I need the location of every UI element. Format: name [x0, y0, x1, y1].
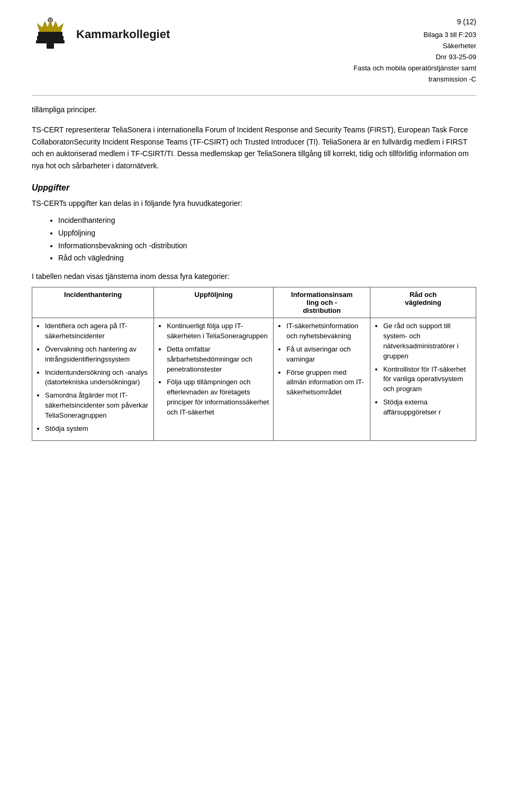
list-item: Incidentundersökning och -analys (datort…: [45, 368, 149, 388]
doc-line1: Bilaga 3 till F:203: [353, 30, 476, 41]
list-item: Råd och vägledning: [58, 252, 476, 265]
col1-cell: Identifiera och agera på IT-säkerhetsinc…: [32, 318, 154, 440]
list-item: Uppföljning: [58, 227, 476, 240]
list-item: Incidenthantering: [58, 214, 476, 227]
col2-cell: Kontinuerligt följa upp IT-säkerheten i …: [154, 318, 274, 440]
main-paragraph: TS-CERT representerar TeliaSonera i inte…: [32, 124, 476, 172]
doc-line4: Fasta och mobila operatörstjänster samt: [353, 63, 476, 74]
svg-marker-8: [37, 20, 64, 32]
col3-list: IT-säkerhetsinformation och nyhetsbevakn…: [286, 321, 366, 398]
svg-rect-7: [47, 43, 54, 49]
list-item: Få ut aviseringar och varningar: [286, 345, 366, 365]
kammarkollegiet-logo: [32, 16, 69, 53]
col4-list: Ge råd och support till system- och nätv…: [383, 321, 471, 418]
main-bullet-list: Incidenthantering Uppföljning Informatio…: [58, 214, 476, 265]
svg-rect-1: [38, 32, 62, 36]
list-item: Stödja externa affärsuppgörelser r: [383, 398, 471, 418]
col-header-1: Incidenthantering: [32, 287, 154, 318]
section-heading: Uppgifter: [32, 183, 476, 193]
list-item: Identifiera och agera på IT-säkerhetsinc…: [45, 321, 149, 341]
page-header: Kammarkollegiet 9 (12) Bilaga 3 till F:2…: [32, 16, 476, 85]
page-number: 9 (12): [353, 16, 476, 28]
list-item: Förse gruppen med allmän information om …: [286, 368, 366, 398]
list-item: Kontrollistor för IT-säkerhet för vanlig…: [383, 365, 471, 395]
list-item: Samordna åtgärder mot IT-säkerhetsincide…: [45, 391, 149, 421]
col3-cell: IT-säkerhetsinformation och nyhetsbevakn…: [274, 318, 370, 440]
col4-cell: Ge råd och support till system- och nätv…: [370, 318, 476, 440]
col1-list: Identifiera och agera på IT-säkerhetsinc…: [45, 321, 149, 434]
list-item: Ge råd och support till system- och nätv…: [383, 321, 471, 361]
col-header-2: Uppföljning: [154, 287, 274, 318]
table-row: Identifiera och agera på IT-säkerhetsinc…: [32, 318, 476, 440]
doc-info: 9 (12) Bilaga 3 till F:203 Säkerheter Dn…: [353, 16, 476, 85]
svg-rect-0: [37, 36, 64, 40]
col-header-4: Råd och vägledning: [370, 287, 476, 318]
intro-paragraph: tillämpliga principer.: [32, 104, 476, 115]
list-item: Följa upp tillämpningen och efterlevnade…: [167, 377, 269, 417]
col-header-3: Informationsinsam ling och - distributio…: [274, 287, 370, 318]
list-item: IT-säkerhetsinformation och nyhetsbevakn…: [286, 321, 366, 341]
col2-list: Kontinuerligt följa upp IT-säkerheten i …: [167, 321, 269, 418]
list-item: Detta omfattar sårbarhetsbedömningar och…: [167, 345, 269, 375]
doc-line3: Dnr 93-25-09: [353, 52, 476, 63]
doc-line2: Säkerheter: [353, 41, 476, 52]
doc-line5: transmission -C: [353, 74, 476, 85]
list-item: Informationsbevakning och -distribution: [58, 240, 476, 252]
logo-area: Kammarkollegiet: [32, 16, 170, 53]
categories-table: Incidenthantering Uppföljning Informatio…: [32, 287, 476, 440]
svg-rect-6: [36, 40, 65, 43]
list-item: Stödja system: [45, 424, 149, 434]
bullet-intro: TS-CERTs uppgifter kan delas in i följan…: [32, 198, 476, 209]
table-intro: I tabellen nedan visas tjänsterna inom d…: [32, 272, 476, 281]
header-divider: [32, 95, 476, 96]
list-item: Kontinuerligt följa upp IT-säkerheten i …: [167, 321, 269, 341]
list-item: Övervakning och hantering av intrångside…: [45, 345, 149, 365]
org-name: Kammarkollegiet: [76, 28, 170, 41]
